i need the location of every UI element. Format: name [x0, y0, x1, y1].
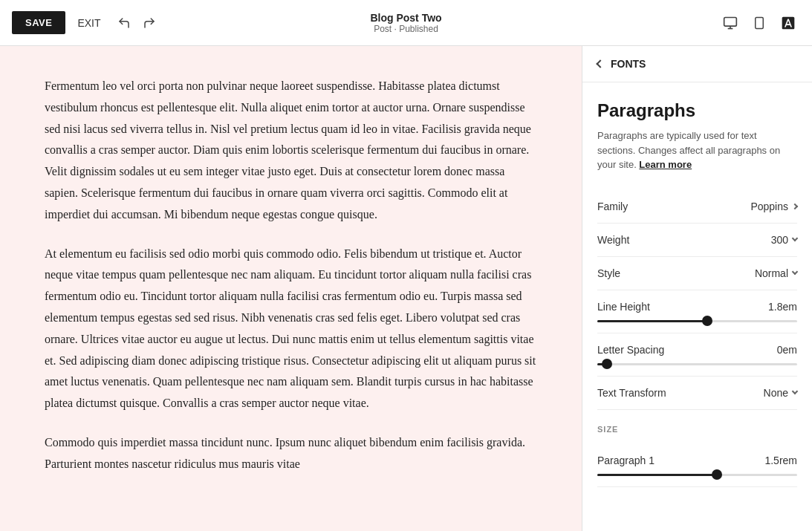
fonts-panel-button[interactable] — [776, 11, 800, 35]
post-title: Blog Post Two — [370, 12, 441, 24]
chevron-left-icon — [596, 59, 604, 68]
undo-redo-group — [113, 12, 160, 34]
panel-body: Paragraphs Paragraphs are typically used… — [582, 82, 812, 505]
content-text: Fermentum leo vel orci porta non pulvina… — [45, 76, 537, 475]
line-height-section: Line Height 1.8em — [597, 290, 797, 333]
paragraph1-size-value: 1.5rem — [764, 455, 797, 466]
paragraph1-size-section: Paragraph 1 1.5rem — [597, 444, 797, 487]
letter-spacing-label: Letter Spacing — [597, 344, 664, 356]
paragraph-2: At elementum eu facilisis sed odio morbi… — [45, 244, 537, 414]
weight-value: 300 — [771, 234, 788, 246]
family-row: Family Poppins — [597, 190, 797, 224]
weight-row: Weight 300 — [597, 224, 797, 257]
paragraph1-size-thumb[interactable] — [712, 469, 722, 480]
family-value: Poppins — [750, 201, 788, 212]
family-value-control[interactable]: Poppins — [750, 201, 797, 212]
size-section: SIZE Paragraph 1 1.5rem — [597, 410, 797, 487]
letter-spacing-thumb[interactable] — [602, 359, 612, 369]
learn-more-link[interactable]: Learn more — [639, 159, 692, 170]
post-info: Blog Post Two Post · Published — [370, 12, 441, 34]
save-button[interactable]: SAVE — [12, 11, 65, 34]
text-transform-row: Text Transform None — [597, 377, 797, 410]
style-label: Style — [597, 267, 620, 279]
paragraph-3: Commodo quis imperdiet massa tincidunt n… — [45, 432, 537, 475]
chevron-down-icon — [792, 235, 798, 241]
line-height-fill — [597, 320, 707, 322]
undo-button[interactable] — [113, 12, 135, 34]
letter-spacing-row: Letter Spacing 0em — [597, 344, 797, 356]
letter-spacing-track[interactable] — [597, 363, 797, 365]
paragraph1-size-row: Paragraph 1 1.5rem — [597, 455, 797, 466]
paragraph-1: Fermentum leo vel orci porta non pulvina… — [45, 76, 537, 226]
letter-spacing-value: 0em — [777, 344, 797, 356]
letter-spacing-section: Letter Spacing 0em — [597, 333, 797, 377]
size-section-label: SIZE — [597, 425, 797, 434]
svg-rect-0 — [724, 17, 737, 26]
line-height-thumb[interactable] — [702, 316, 712, 326]
main-layout: Fermentum leo vel orci porta non pulvina… — [0, 46, 812, 531]
toolbar-right — [718, 11, 800, 35]
text-transform-label: Text Transform — [597, 387, 666, 399]
paragraph1-size-label: Paragraph 1 — [597, 455, 655, 466]
panel-back-label: FONTS — [611, 58, 646, 70]
style-row: Style Normal — [597, 257, 797, 290]
right-panel: FONTS Paragraphs Paragraphs are typicall… — [582, 46, 812, 531]
exit-button[interactable]: EXIT — [74, 17, 103, 29]
toolbar: SAVE EXIT Blog Post Two Post · Published — [0, 0, 812, 46]
panel-back-header[interactable]: FONTS — [582, 46, 812, 82]
chevron-down-icon-transform — [792, 388, 798, 394]
line-height-label: Line Height — [597, 301, 650, 313]
mobile-view-button[interactable] — [748, 11, 770, 35]
family-label: Family — [597, 201, 628, 212]
weight-value-control[interactable]: 300 — [771, 234, 797, 246]
line-height-value: 1.8em — [768, 301, 797, 313]
chevron-down-icon-style — [792, 269, 798, 275]
style-value: Normal — [755, 267, 788, 279]
post-status: Post · Published — [370, 24, 441, 34]
paragraph1-size-track[interactable] — [597, 474, 797, 476]
desktop-view-button[interactable] — [718, 11, 742, 35]
line-height-track[interactable] — [597, 320, 797, 322]
style-value-control[interactable]: Normal — [755, 267, 797, 279]
chevron-right-icon — [792, 203, 798, 209]
content-area: Fermentum leo vel orci porta non pulvina… — [0, 46, 582, 531]
redo-button[interactable] — [138, 12, 160, 34]
paragraph1-size-fill — [597, 474, 717, 476]
line-height-row: Line Height 1.8em — [597, 301, 797, 313]
panel-section-desc: Paragraphs are typically used for text s… — [597, 128, 797, 172]
panel-section-title: Paragraphs — [597, 100, 797, 121]
weight-label: Weight — [597, 234, 629, 246]
text-transform-value: None — [764, 387, 788, 399]
text-transform-value-control[interactable]: None — [764, 387, 797, 399]
